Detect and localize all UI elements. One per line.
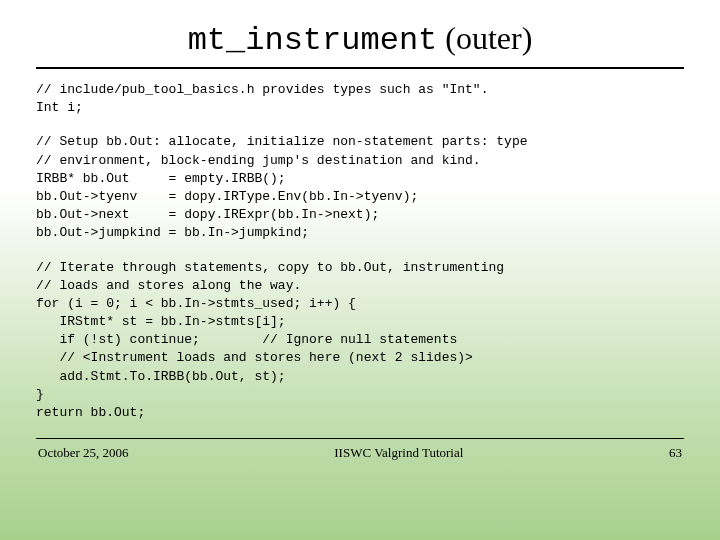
title-mono: mt_instrument bbox=[188, 22, 438, 59]
title-divider bbox=[36, 67, 684, 69]
slide: mt_instrument (outer) // include/pub_too… bbox=[0, 0, 720, 540]
code-block-3: // Iterate through statements, copy to b… bbox=[36, 259, 684, 423]
page-number: 63 bbox=[669, 445, 682, 461]
code-block-2: // Setup bb.Out: allocate, initialize no… bbox=[36, 133, 684, 242]
footer: October 25, 2006 IISWC Valgrind Tutorial… bbox=[36, 445, 684, 461]
page-title: mt_instrument (outer) bbox=[36, 20, 684, 59]
code-block-1: // include/pub_tool_basics.h provides ty… bbox=[36, 81, 684, 117]
footer-title: IISWC Valgrind Tutorial bbox=[334, 445, 463, 461]
footer-date: October 25, 2006 bbox=[38, 445, 129, 461]
title-rest: (outer) bbox=[437, 20, 532, 56]
footer-divider bbox=[36, 438, 684, 439]
